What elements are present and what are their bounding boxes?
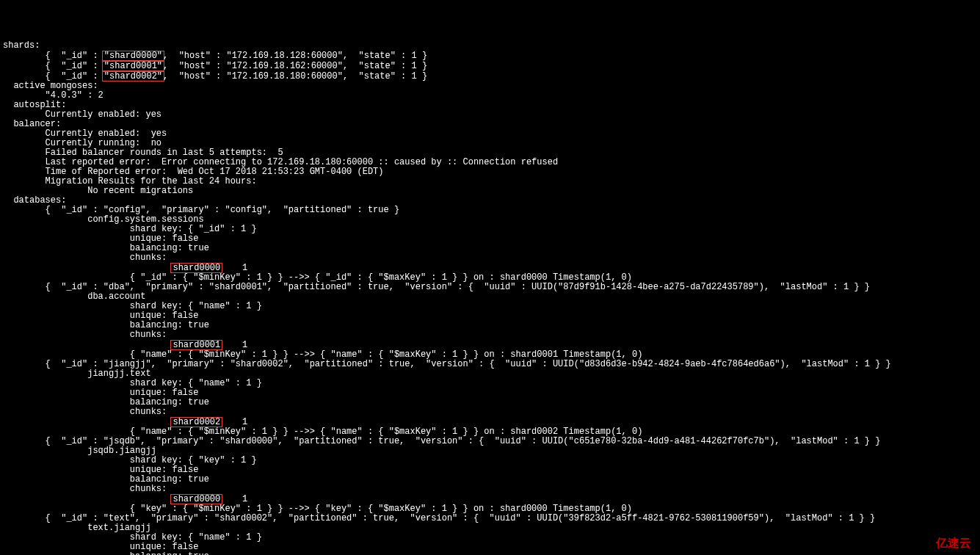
balancer-enabled: Currently enabled: yes [3,128,167,139]
jiangjj-range: { "name" : { "$minKey" : 1 } } -->> { "n… [3,427,648,437]
autosplit-enabled: Currently enabled: yes [3,109,161,120]
jsqdb-chunk-post: 1 [221,494,247,504]
shard-0000-id: "shard0000" [102,51,164,61]
shard-line-1-pre: { "_id" : [3,61,104,71]
text-table: text.jiangjj [3,523,151,533]
balancer-error-time: Time of Reported error: Wed Oct 17 2018 … [3,167,383,177]
config-shardkey: shard key: { "_id" : 1 } [3,224,257,234]
config-chunk-post: 1 [221,263,247,273]
dba-chunks: chunks: [3,330,167,340]
balancer-failed: Failed balancer rounds in last 5 attempt… [3,148,283,158]
config-balancing: balancing: true [3,243,209,253]
databases-header: databases: [3,195,66,206]
balancer-error: Last reported error: Error connecting to… [3,157,558,167]
jiangjj-chunks: chunks: [3,407,167,417]
db-text: { "_id" : "text", "primary" : "shard0002… [3,513,875,523]
db-jsqdb: { "_id" : "jsqdb", "primary" : "shard000… [3,436,880,446]
text-balancing: balancing: true [3,551,209,555]
shard-line-2-pre: { "_id" : [3,71,104,81]
text-shardkey: shard key: { "name" : 1 } [3,532,262,543]
shard-0002-id: "shard0002" [102,71,164,81]
jsqdb-balancing: balancing: true [3,474,209,485]
jsqdb-chunk-pre [3,494,172,504]
config-sessions: config.system.sessions [3,214,204,225]
dba-balancing: balancing: true [3,320,209,330]
dba-unique: unique: false [3,311,198,321]
jiangjj-chunk-shard: shard0002 [170,417,222,427]
jsqdb-chunk-shard: shard0000 [170,494,222,504]
jiangjj-chunk-pre [3,417,172,427]
config-range: { "_id" : { "$minKey" : 1 } } -->> { "_i… [3,272,637,283]
jiangjj-shardkey: shard key: { "name" : 1 } [3,378,262,388]
config-chunks: chunks: [3,253,167,263]
jiangjj-unique: unique: false [3,388,198,398]
config-chunk-shard: shard0000 [170,263,222,273]
jiangjj-chunk-post: 1 [221,417,247,427]
dba-shardkey: shard key: { "name" : 1 } [3,301,262,311]
balancer-no-migration: No recent migrations [3,186,193,196]
jiangjj-balancing: balancing: true [3,397,209,407]
jsqdb-range: { "key" : { "$minKey" : 1 } } -->> { "ke… [3,504,637,514]
config-unique: unique: false [3,233,198,244]
text-unique: unique: false [3,542,198,552]
watermark-text: 亿速云 [936,538,971,548]
autosplit-header: autosplit: [3,100,66,110]
dba-chunk-pre [3,340,172,350]
watermark-logo: 亿速云 [911,536,971,549]
balancer-header: balancer: [3,119,61,129]
config-chunk-pre [3,263,172,273]
jsqdb-unique: unique: false [3,465,198,475]
jsqdb-table: jsqdb.jiangjj [3,446,156,456]
terminal-output: shards: { "_id" : "shard0000", "host" : … [3,41,980,555]
balancer-migration: Migration Results for the last 24 hours: [3,176,262,186]
shard-line-1-post: , "host" : "172.169.18.162:60000", "stat… [163,61,427,71]
jiangjj-text: jiangjj.text [3,369,151,379]
shard-0001-id: "shard0001" [102,61,164,71]
jsqdb-shardkey: shard key: { "key" : 1 } [3,455,257,465]
cloud-icon [911,536,932,549]
dba-account: dba.account [3,291,145,302]
mongos-version: "4.0.3" : 2 [3,90,104,101]
jsqdb-chunks: chunks: [3,484,167,494]
db-config: { "_id" : "config", "primary" : "config"… [3,205,399,215]
active-mongoses-header: active mongoses: [3,81,98,91]
shard-line-0-post: , "host" : "172.169.18.128:60000", "stat… [163,51,427,61]
dba-chunk-post: 1 [221,340,247,350]
db-jiangjj: { "_id" : "jiangjj", "primary" : "shard0… [3,359,891,369]
balancer-running: Currently running: no [3,138,161,148]
db-dba: { "_id" : "dba", "primary" : "shard0001"… [3,282,870,292]
dba-chunk-shard: shard0001 [170,340,222,350]
dba-range: { "name" : { "$minKey" : 1 } } -->> { "n… [3,349,648,360]
shard-line-0-pre: { "_id" : [3,51,104,61]
shard-line-2-post: , "host" : "172.169.18.180:60000", "stat… [163,71,427,81]
shards-header: shards: [3,40,40,51]
